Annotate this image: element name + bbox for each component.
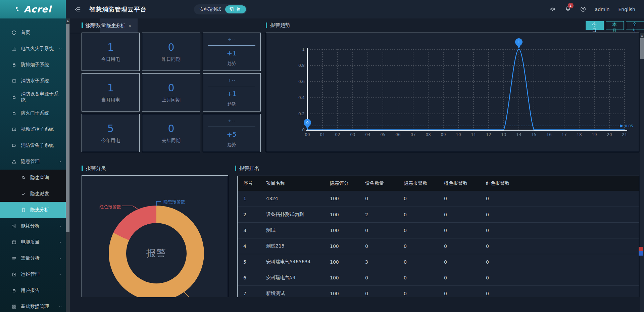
sidebar-scrollbar[interactable]: ▲ — [66, 18, 70, 312]
notification-badge: 2 — [568, 3, 574, 8]
notifications[interactable]: 2 — [565, 5, 571, 13]
table-cell: 0 — [398, 222, 438, 238]
threshold-label: 0.05 — [625, 124, 633, 128]
grid-lines — [307, 49, 625, 130]
stat-card: +--+1趋势 — [203, 33, 261, 71]
range-button-今日[interactable]: 今 日 — [586, 21, 604, 30]
table-cell: 设备拓扑测试勿删 — [260, 207, 324, 222]
warn-icon — [11, 159, 17, 164]
section-title-alarm-ranking: 报警排名 — [235, 165, 259, 172]
table-cell: 100 — [324, 238, 359, 254]
trend-divider — [208, 86, 255, 86]
sidebar-item-用户报告[interactable]: 用户报告 — [0, 282, 66, 299]
list-icon — [11, 256, 17, 261]
chart-pin: 0 — [304, 119, 311, 129]
table-row: 2设备拓扑测试勿删1002000 — [238, 207, 639, 222]
tab-bar: 首页隐患分析× — [70, 18, 644, 33]
sidebar-item-label: 首页 — [21, 30, 30, 36]
sidebar-item-label: 消防水子系统 — [21, 78, 49, 84]
svg-text:03: 03 — [350, 132, 355, 137]
chevron-down-icon — [58, 240, 62, 244]
table-cell: 100 — [324, 207, 359, 222]
help-icon[interactable] — [580, 6, 586, 12]
close-icon[interactable]: × — [128, 24, 132, 28]
section-title-alarm-trend: 报警趋势 — [266, 22, 290, 29]
sidebar-item-消防水子系统[interactable]: 消防水子系统 — [0, 73, 66, 89]
sidebar-item-隐患派发[interactable]: 隐患派发 — [0, 186, 66, 202]
sidebar-item-label: 基础数据管理 — [21, 304, 49, 310]
speaker-icon[interactable] — [550, 6, 556, 12]
language-switch[interactable]: English — [618, 7, 635, 12]
table-cell: 1 — [238, 191, 260, 207]
sidebar-item-需量分析[interactable]: 需量分析 — [0, 250, 66, 266]
sidebar-item-电气火灾子系统[interactable]: 电气火灾子系统 — [0, 41, 66, 57]
trend-value: +1 — [227, 49, 237, 57]
table-cell: 2 — [359, 207, 398, 222]
device-icon — [11, 143, 17, 148]
floating-widget-red — [639, 247, 643, 251]
sidebar-item-视频监控子系统[interactable]: 视频监控子系统 — [0, 121, 66, 137]
scroll-up-icon[interactable]: ▲ — [640, 33, 644, 38]
page-scrollbar-thumb[interactable] — [640, 38, 644, 59]
video-icon — [11, 78, 17, 84]
column-header-红色报警数: 红色报警数 — [480, 176, 639, 191]
stat-label: 去年同期 — [162, 138, 181, 144]
sidebar-item-首页[interactable]: 首页 — [0, 25, 66, 41]
stat-card: 1今日用电 — [82, 33, 140, 71]
stat-card: +--+5趋势 — [203, 114, 261, 152]
chart-icon — [11, 46, 17, 51]
table-cell: 0 — [480, 207, 639, 222]
svg-text:0.4: 0.4 — [298, 95, 305, 100]
scroll-up-icon[interactable]: ▲ — [66, 18, 70, 23]
table-cell: 0 — [480, 222, 639, 238]
sidebar-item-能耗分析[interactable]: 能耗分析 — [0, 218, 66, 234]
sidebar-scrollbar-thumb[interactable] — [66, 24, 69, 232]
sidebar-item-防火门子系统[interactable]: 防火门子系统 — [0, 105, 66, 121]
sidebar-item-label: 消防设备子系统 — [21, 142, 54, 148]
sidebar-item-电能质量[interactable]: 电能质量 — [0, 234, 66, 250]
sidebar-item-消防设备电源子系统[interactable]: 消防设备电源子系统 — [0, 89, 66, 105]
svg-text:11: 11 — [471, 132, 476, 137]
collapse-menu-icon[interactable] — [75, 6, 81, 13]
range-button-全年[interactable]: 全 年 — [626, 21, 644, 30]
threshold-arrow-icon — [620, 124, 624, 128]
switch-project-button[interactable]: 切 换 — [225, 5, 246, 13]
svg-text:15: 15 — [531, 132, 536, 137]
project-name: 安科瑞测试 — [199, 6, 221, 12]
table-cell: 0 — [438, 254, 480, 270]
grid-icon — [11, 304, 17, 309]
sidebar-item-消防设备子系统[interactable]: 消防设备子系统 — [0, 137, 66, 153]
section-title-alarm-count: 报警数量（个） — [82, 22, 121, 29]
svg-text:0: 0 — [302, 128, 305, 132]
sidebar-item-隐患管理[interactable]: 隐患管理 — [0, 153, 66, 170]
sidebar-item-基础数据管理[interactable]: 基础数据管理 — [0, 299, 66, 312]
check-icon — [21, 191, 26, 196]
column-header-设备数量: 设备数量 — [359, 176, 398, 191]
sidebar-item-隐患分析[interactable]: 隐患分析 — [0, 202, 66, 218]
sidebar-item-运维管理[interactable]: 运维管理 — [0, 266, 66, 282]
page-scrollbar[interactable]: ▲ — [640, 33, 644, 312]
table-cell: 100 — [324, 285, 359, 297]
flag-icon — [14, 6, 22, 13]
floating-widget[interactable] — [639, 247, 643, 256]
svg-text:07: 07 — [410, 132, 415, 137]
svg-text:0.2: 0.2 — [298, 112, 305, 116]
stat-label: 今年用电 — [101, 138, 120, 144]
user-name[interactable]: admin — [595, 7, 610, 12]
table-cell: 0 — [480, 238, 639, 254]
table-cell: 0 — [480, 285, 639, 297]
table-cell: 100 — [324, 270, 359, 285]
alarm-category-panel: 报警 隐患报警数 红色报警数 — [82, 175, 228, 297]
range-button-本月[interactable]: 本 月 — [606, 21, 624, 30]
table-cell: 100 — [324, 254, 359, 270]
stat-card: 5今年用电 — [82, 114, 140, 152]
sidebar-item-label: 能耗分析 — [21, 223, 40, 229]
table-cell: 6 — [238, 270, 260, 285]
trend-label: 趋势 — [227, 60, 236, 66]
stat-card: +--+1趋势 — [203, 73, 261, 112]
stat-label: 上月同期 — [162, 97, 181, 103]
sidebar-item-隐患查询[interactable]: 隐患查询 — [0, 170, 66, 186]
table-cell: 5 — [238, 254, 260, 270]
sidebar-item-防排烟子系统[interactable]: 防排烟子系统 — [0, 57, 66, 73]
svg-text:18: 18 — [577, 132, 582, 137]
